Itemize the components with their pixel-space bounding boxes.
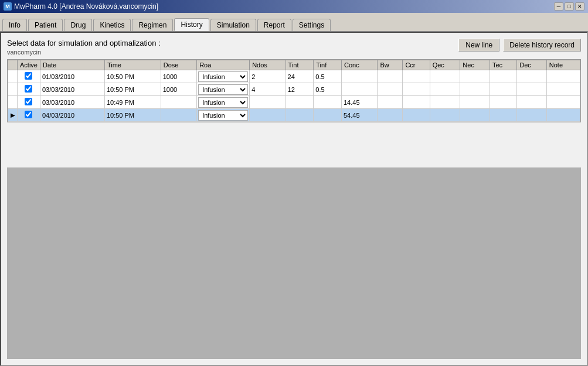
date-cell: 04/03/2010 [40,109,104,122]
active-checkbox-3[interactable] [25,111,32,118]
content-header: Select data for simulation and optimaliz… [7,39,581,56]
delete-history-button[interactable]: Delete history record [503,39,581,52]
tec-cell [490,83,516,96]
time-cell: 10:50 PM [104,70,161,83]
header-info: Select data for simulation and optimaliz… [7,39,161,56]
roa-cell[interactable]: InfusionBolusOral [197,83,250,96]
tint-cell [285,109,314,122]
tab-bar: Info Patient Drug Kinetics Regimen Histo… [0,13,588,32]
tec-cell [490,70,516,83]
new-line-button[interactable]: New line [458,39,499,52]
nec-cell [460,109,490,122]
row-arrow-indicator [8,70,18,83]
tint-cell: 12 [285,83,314,96]
close-button[interactable]: ✕ [575,2,584,11]
conc-cell [341,70,377,83]
roa-cell[interactable]: InfusionBolusOral [197,96,250,109]
table-row[interactable]: 01/03/201010:50 PM1000InfusionBolusOral2… [8,70,580,83]
roa-select[interactable]: InfusionBolusOral [198,110,248,121]
table-row[interactable]: 03/03/201010:49 PMInfusionBolusOral14.45 [8,96,580,109]
action-buttons: New line Delete history record [458,39,581,52]
main-content: Select data for simulation and optimaliz… [0,32,588,366]
date-cell: 03/03/2010 [40,96,104,109]
conc-cell [341,83,377,96]
active-cell[interactable] [18,96,40,109]
col-time: Time [104,60,161,70]
active-checkbox-2[interactable] [25,98,32,105]
col-dec: Dec [517,60,547,70]
date-cell: 03/03/2010 [40,83,104,96]
time-cell: 10:50 PM [104,109,161,122]
tab-patient[interactable]: Patient [28,19,63,31]
dec-cell [517,83,547,96]
col-tec: Tec [490,60,516,70]
note-cell [546,83,580,96]
dose-cell [161,109,196,122]
conc-cell: 54.45 [341,109,377,122]
time-cell: 10:50 PM [104,83,161,96]
minimize-button[interactable]: ─ [554,2,563,11]
active-cell[interactable] [18,109,40,122]
roa-select[interactable]: InfusionBolusOral [198,97,248,108]
nec-cell [460,96,490,109]
tab-report[interactable]: Report [257,19,291,31]
active-cell[interactable] [18,83,40,96]
roa-select[interactable]: InfusionBolusOral [198,71,248,82]
ccr-cell [403,96,430,109]
dose-cell [161,96,196,109]
page-title: Select data for simulation and optimaliz… [7,39,161,47]
col-ccr: Ccr [403,60,430,70]
tec-cell [490,109,516,122]
nec-cell [460,83,490,96]
col-ndos: Ndos [250,60,285,70]
tab-info[interactable]: Info [2,19,27,31]
table-row[interactable]: ▶04/03/201010:50 PMInfusionBolusOral54.4… [8,109,580,122]
qec-cell [430,109,460,122]
col-arrow [8,60,18,70]
empty-area [7,167,581,359]
date-cell: 01/03/2010 [40,70,104,83]
row-arrow-indicator: ▶ [8,109,18,122]
title-bar: M MwPharm 4.0 [Andrea Nováková,vancomyci… [0,0,588,13]
drug-subtitle: vancomycin [7,49,161,56]
active-checkbox-1[interactable] [25,85,32,93]
tab-regimen[interactable]: Regimen [132,19,173,31]
note-cell [546,109,580,122]
col-active: Active [18,60,40,70]
bw-cell [378,109,403,122]
tinf-cell: 0.5 [314,70,342,83]
col-conc: Conc [341,60,377,70]
ndos-cell: 2 [250,70,285,83]
tab-drug[interactable]: Drug [64,19,92,31]
col-qec: Qec [430,60,460,70]
tint-cell: 24 [285,70,314,83]
roa-select[interactable]: InfusionBolusOral [198,84,248,95]
tinf-cell: 0.5 [314,83,342,96]
tint-cell [285,96,314,109]
app-icon: M [4,2,12,11]
window-controls: ─ □ ✕ [554,2,584,11]
tinf-cell [314,109,342,122]
history-table: Active Date Time Dose Roa Ndos Tint Tinf… [8,60,580,122]
conc-cell: 14.45 [341,96,377,109]
tab-settings[interactable]: Settings [293,19,331,31]
tab-simulation[interactable]: Simulation [210,19,256,31]
tab-history[interactable]: History [174,18,209,31]
maximize-button[interactable]: □ [565,2,574,11]
history-table-container: Active Date Time Dose Roa Ndos Tint Tinf… [7,59,581,122]
tec-cell [490,96,516,109]
table-row[interactable]: 03/03/201010:50 PM1000InfusionBolusOral4… [8,83,580,96]
roa-cell[interactable]: InfusionBolusOral [197,70,250,83]
active-checkbox-0[interactable] [25,72,32,80]
col-date: Date [40,60,104,70]
tab-kinetics[interactable]: Kinetics [93,19,131,31]
bw-cell [378,83,403,96]
note-cell [546,96,580,109]
qec-cell [430,96,460,109]
roa-cell[interactable]: InfusionBolusOral [197,109,250,122]
ccr-cell [403,109,430,122]
active-cell[interactable] [18,70,40,83]
dose-cell: 1000 [161,70,196,83]
note-cell [546,70,580,83]
col-dose: Dose [161,60,196,70]
